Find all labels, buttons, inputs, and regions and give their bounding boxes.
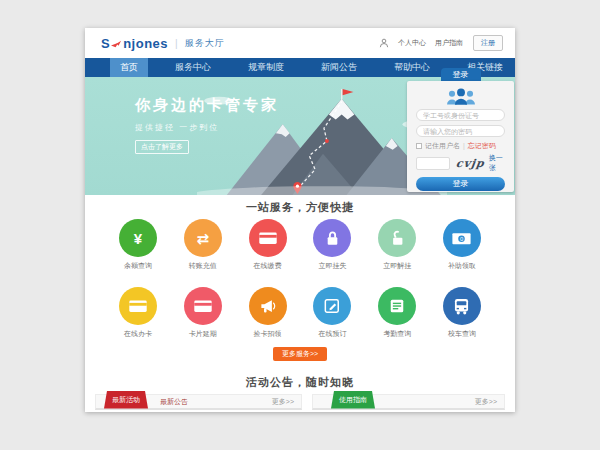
screenshot-stage: S njones | 服务大厅 个人中心 用户指南 注册 首页服务中心规章制度 [0,0,600,450]
announcement-panels: 最新活动 最新公告 更多>> 使用指南 更多>> [85,394,515,410]
remember-checkbox[interactable] [416,143,422,149]
nav-item[interactable]: 新闻公告 [311,58,367,77]
brand-logo[interactable]: S njones [101,36,168,51]
service-label: 在线办卡 [109,329,167,339]
service-label: 补助领取 [433,261,491,271]
services-row: ¥余额查询⇄转账充值在线缴费立即挂失立即解挂0补助领取 [109,219,491,271]
service-item[interactable]: 在线办卡 [109,287,167,339]
remember-row: 记住用户名 | 忘记密码 [416,141,505,150]
service-label: 在线预订 [303,329,361,339]
nav-item-active[interactable]: 首页 [110,58,148,77]
remember-divider: | [463,142,465,149]
service-label: 立即解挂 [368,261,426,271]
hero-cta-button[interactable]: 点击了解更多 [135,140,189,154]
remember-label: 记住用户名 [425,141,460,151]
login-panel: 登录 记住用户名 | 忘记密码 [407,68,514,192]
banknote-icon: 0 [443,219,481,257]
edit-icon [313,287,351,325]
more-services-button[interactable]: 更多服务>> [273,347,327,361]
login-tab[interactable]: 登录 [441,68,481,81]
service-item[interactable]: 立即解挂 [368,219,426,271]
password-input[interactable] [416,125,505,137]
announcements-section-title: 活动公告，随时知晓 [85,375,515,388]
service-item[interactable]: 捡卡招领 [239,287,297,339]
tab-latest-activity[interactable]: 最新活动 [104,391,148,409]
megaphone-icon [249,287,287,325]
nav-item[interactable]: 服务中心 [165,58,221,77]
services-section-title: 一站服务，方便快捷 [85,200,515,214]
services-row: 在线办卡卡片延期捡卡招领在线预订考勤查询校车查询 [109,287,491,339]
service-item[interactable]: 卡片延期 [174,287,232,339]
service-item[interactable]: 在线缴费 [239,219,297,271]
captcha-refresh-link[interactable]: 换一张 [489,153,505,173]
brand-text-first: S [101,36,110,51]
site-header: S njones | 服务大厅 个人中心 用户指南 注册 [85,28,515,58]
service-item[interactable]: ¥余额查询 [109,219,167,271]
guide-panel: 使用指南 更多>> [312,394,505,410]
transfer-arrows-icon-glyph: ⇄ [197,231,210,246]
bank-card-icon [249,219,287,257]
service-item[interactable]: ⇄转账充值 [174,219,232,271]
tab-usage-guide[interactable]: 使用指南 [331,391,375,409]
portal-page: S njones | 服务大厅 个人中心 用户指南 注册 首页服务中心规章制度 [85,28,515,412]
captcha-image[interactable]: cvjp [455,157,486,170]
service-item[interactable]: 立即挂失 [303,219,361,271]
hero-headline: 你身边的卡管专家 [135,96,279,115]
service-label: 捡卡招领 [239,329,297,339]
person-icon [379,38,389,48]
attendance-icon [378,287,416,325]
personal-center-link[interactable]: 个人中心 [398,38,426,48]
services-grid: ¥余额查询⇄转账充值在线缴费立即挂失立即解挂0补助领取在线办卡卡片延期捡卡招领在… [85,219,515,339]
service-label: 考勤查询 [368,329,426,339]
yen-icon-glyph: ¥ [134,231,142,246]
site-name: 服务大厅 [185,37,225,50]
users-group-icon [443,87,479,105]
transfer-arrows-icon: ⇄ [184,219,222,257]
service-item[interactable]: 考勤查询 [368,287,426,339]
header-divider: | [175,38,178,49]
tab-latest-announcements[interactable]: 最新公告 [160,397,188,407]
bank-card-icon [119,287,157,325]
hero-text-block: 你身边的卡管专家 提供捷径 一步到位 点击了解更多 [135,96,279,154]
service-item[interactable]: 0补助领取 [433,219,491,271]
service-label: 转账充值 [174,261,232,271]
service-label: 在线缴费 [239,261,297,271]
hero-subtitle: 提供捷径 一步到位 [135,122,279,133]
service-label: 余额查询 [109,261,167,271]
service-item[interactable]: 校车查询 [433,287,491,339]
yen-icon: ¥ [119,219,157,257]
unlock-icon [378,219,416,257]
login-submit-button[interactable]: 登录 [416,177,505,191]
page-content: 一站服务，方便快捷 ¥余额查询⇄转账充值在线缴费立即挂失立即解挂0补助领取在线办… [85,195,515,412]
forgot-password-link[interactable]: 忘记密码 [468,141,496,151]
svg-text:0: 0 [460,235,463,241]
nav-item[interactable]: 规章制度 [238,58,294,77]
guide-more-link[interactable]: 更多>> [475,397,497,407]
login-form: 记住用户名 | 忘记密码 cvjp 换一张 登录 [407,81,514,192]
service-label: 立即挂失 [303,261,361,271]
activity-panel: 最新活动 最新公告 更多>> [95,394,302,410]
user-guide-link[interactable]: 用户指南 [435,38,463,48]
username-input[interactable] [416,109,505,121]
bus-icon [443,287,481,325]
service-item[interactable]: 在线预订 [303,287,361,339]
activity-more-link[interactable]: 更多>> [272,397,294,407]
captcha-input[interactable] [416,157,450,170]
brand-arrow-icon [111,39,122,50]
lock-icon [313,219,351,257]
captcha-row: cvjp 换一张 [416,153,505,173]
bank-card-icon [184,287,222,325]
service-label: 校车查询 [433,329,491,339]
brand-text-rest: njones [123,36,168,51]
service-label: 卡片延期 [174,329,232,339]
register-button[interactable]: 注册 [473,35,503,51]
